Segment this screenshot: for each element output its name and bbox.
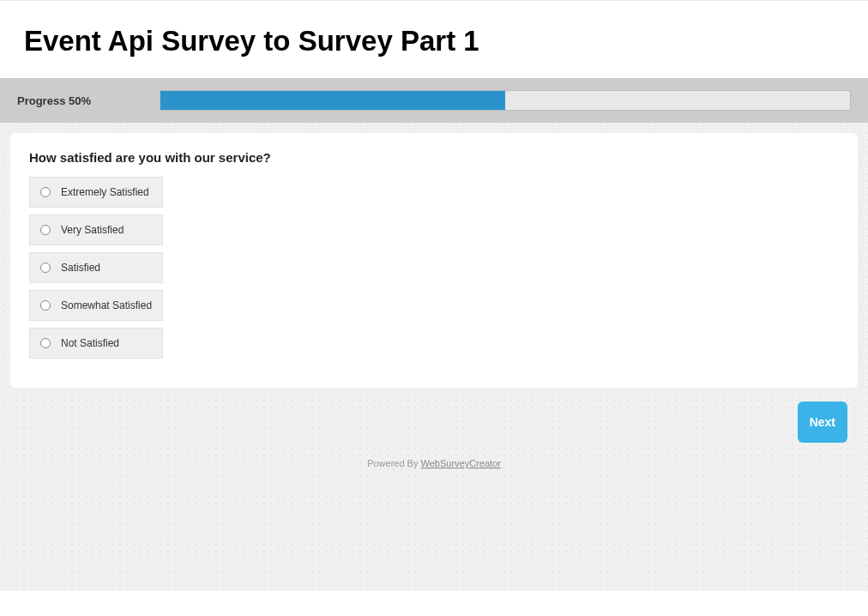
option-label: Somewhat Satisfied xyxy=(61,299,152,311)
powered-by-link[interactable]: WebSurveyCreator xyxy=(421,458,501,468)
option-label: Very Satisfied xyxy=(61,224,124,236)
survey-header: Event Api Survey to Survey Part 1 xyxy=(0,0,868,78)
powered-by-text: Powered By xyxy=(367,458,420,468)
option-extremely-satisfied[interactable]: Extremely Satisfied xyxy=(29,177,163,208)
progress-fill xyxy=(160,91,505,110)
radio-icon xyxy=(40,225,51,235)
content-area: How satisfied are you with our service? … xyxy=(0,123,868,591)
option-label: Satisfied xyxy=(61,262,100,274)
next-button[interactable]: Next xyxy=(798,402,847,443)
button-row: Next xyxy=(10,388,858,443)
radio-icon xyxy=(40,263,51,273)
survey-title: Event Api Survey to Survey Part 1 xyxy=(24,25,844,57)
radio-icon xyxy=(40,300,51,311)
question-card: How satisfied are you with our service? … xyxy=(10,133,858,388)
progress-section: Progress 50% xyxy=(0,78,868,123)
option-not-satisfied[interactable]: Not Satisfied xyxy=(29,328,163,359)
question-text: How satisfied are you with our service? xyxy=(29,150,839,165)
option-satisfied[interactable]: Satisfied xyxy=(29,252,163,283)
option-label: Not Satisfied xyxy=(61,337,119,349)
option-label: Extremely Satisfied xyxy=(61,186,149,198)
progress-label: Progress 50% xyxy=(17,94,91,107)
option-very-satisfied[interactable]: Very Satisfied xyxy=(29,214,163,245)
option-somewhat-satisfied[interactable]: Somewhat Satisfied xyxy=(29,290,163,321)
radio-icon xyxy=(40,338,51,348)
footer: Powered By WebSurveyCreator xyxy=(10,443,858,468)
radio-icon xyxy=(40,187,51,197)
progress-track xyxy=(160,90,851,111)
